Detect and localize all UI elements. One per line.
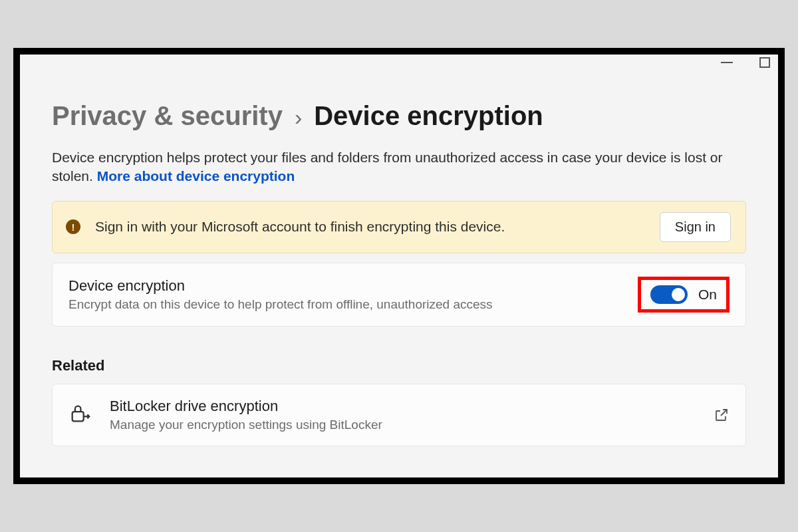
settings-window: Privacy & security › Device encryption D…	[20, 55, 778, 477]
banner-message: Sign in with your Microsoft account to f…	[95, 219, 645, 235]
card-text: BitLocker drive encryption Manage your e…	[110, 398, 696, 432]
setting-subtitle: Encrypt data on this device to help prot…	[68, 297, 620, 312]
warning-icon: !	[66, 219, 80, 234]
breadcrumb-parent-link[interactable]: Privacy & security	[52, 101, 283, 131]
signin-warning-banner: ! Sign in with your Microsoft account to…	[52, 201, 746, 253]
screenshot-frame: Privacy & security › Device encryption D…	[13, 48, 785, 484]
window-controls	[721, 57, 770, 68]
lock-icon	[68, 402, 92, 428]
page-title: Device encryption	[314, 101, 543, 131]
device-encryption-card: Device encryption Encrypt data on this d…	[52, 263, 746, 327]
chevron-right-icon: ›	[295, 104, 302, 130]
learn-more-link[interactable]: More about device encryption	[97, 168, 295, 184]
page-content: Privacy & security › Device encryption D…	[20, 55, 778, 446]
bitlocker-card[interactable]: BitLocker drive encryption Manage your e…	[52, 384, 746, 446]
bitlocker-title: BitLocker drive encryption	[110, 398, 696, 415]
svg-rect-0	[72, 412, 84, 421]
toggle-knob	[672, 288, 685, 301]
maximize-icon[interactable]	[759, 57, 770, 68]
toggle-highlight: On	[638, 277, 730, 313]
toggle-state-label: On	[698, 287, 717, 303]
bitlocker-subtitle: Manage your encryption settings using Bi…	[110, 418, 696, 432]
card-text: Device encryption Encrypt data on this d…	[68, 277, 620, 312]
breadcrumb: Privacy & security › Device encryption	[52, 101, 746, 131]
open-external-icon	[714, 407, 730, 423]
page-description: Device encryption helps protect your fil…	[52, 148, 743, 186]
device-encryption-toggle[interactable]	[650, 285, 688, 304]
setting-title: Device encryption	[68, 277, 620, 295]
minimize-icon[interactable]	[721, 62, 733, 63]
related-heading: Related	[52, 357, 746, 374]
sign-in-button[interactable]: Sign in	[660, 212, 731, 242]
